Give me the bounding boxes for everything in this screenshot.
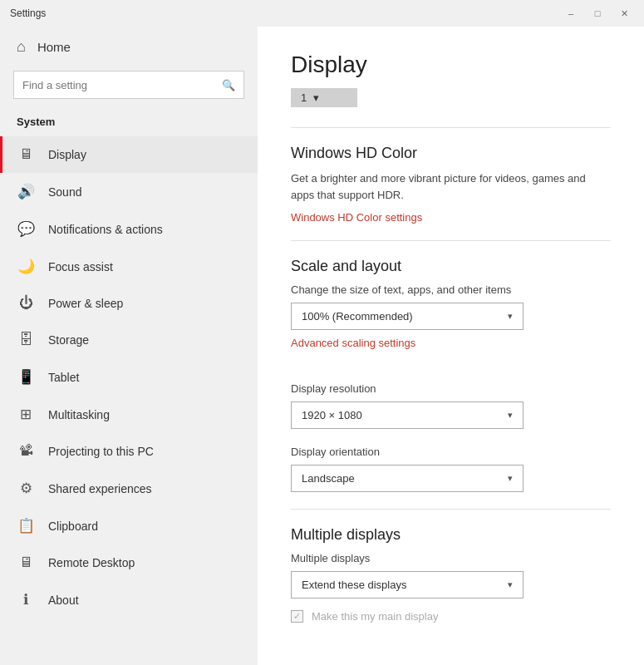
page-title: Display <box>291 52 611 78</box>
sidebar-item-storage[interactable]: 🗄 Storage <box>0 322 258 358</box>
chevron-down-icon: ▾ <box>313 91 319 104</box>
home-icon: ⌂ <box>17 38 26 56</box>
orientation-dropdown-arrow: ▾ <box>508 473 513 484</box>
sidebar-item-notifications-label: Notifications & actions <box>48 223 163 236</box>
maximize-button[interactable]: □ <box>587 3 607 23</box>
sidebar-item-multitasking-label: Multitasking <box>48 408 110 421</box>
sidebar-home-label: Home <box>37 40 71 54</box>
sidebar-section-title: System <box>0 109 258 136</box>
sidebar-item-projecting[interactable]: 📽 Projecting to this PC <box>0 433 258 470</box>
scale-field-label: Change the size of text, apps, and other… <box>291 283 611 296</box>
hd-color-description: Get a brighter and more vibrant picture … <box>291 170 611 203</box>
sidebar-item-remote[interactable]: 🖥 Remote Desktop <box>0 544 258 581</box>
orientation-dropdown[interactable]: Landscape ▾ <box>291 465 524 492</box>
sidebar-item-power[interactable]: ⏻ Power & sleep <box>0 285 258 322</box>
hd-color-divider <box>291 127 611 128</box>
shared-icon: ⚙ <box>17 480 35 497</box>
minimize-button[interactable]: – <box>561 3 581 23</box>
multiple-displays-dropdown[interactable]: Extend these displays ▾ <box>291 571 524 598</box>
notifications-icon: 💬 <box>17 220 35 238</box>
search-icon: 🔍 <box>222 79 235 91</box>
sidebar-item-projecting-label: Projecting to this PC <box>48 445 154 458</box>
scale-dropdown[interactable]: 100% (Recommended) ▾ <box>291 303 524 330</box>
multiple-displays-label: Multiple displays <box>291 552 611 564</box>
sidebar-item-tablet[interactable]: 📱 Tablet <box>0 358 258 396</box>
settings-window: Settings – □ ✕ ⌂ Home 🔍 System 🖥 <box>0 0 644 665</box>
about-icon: ℹ <box>17 591 35 608</box>
resolution-dropdown-value: 1920 × 1080 <box>302 409 362 421</box>
sidebar-item-remote-label: Remote Desktop <box>48 556 135 569</box>
content-area: Display 1 ▾ Windows HD Color Get a brigh… <box>258 27 644 665</box>
main-display-row: Make this my main display <box>291 610 611 623</box>
sound-icon: 🔊 <box>17 183 35 200</box>
resolution-dropdown-arrow: ▾ <box>508 410 513 421</box>
multiple-displays-divider <box>291 509 611 510</box>
advanced-scaling-link[interactable]: Advanced scaling settings <box>291 337 415 349</box>
scale-layout-divider <box>291 240 611 241</box>
sidebar-item-power-label: Power & sleep <box>48 297 123 310</box>
sidebar-item-sound-label: Sound <box>48 185 81 199</box>
sidebar-item-shared[interactable]: ⚙ Shared experiences <box>0 470 258 507</box>
display-selector-button[interactable]: 1 ▾ <box>291 88 357 107</box>
focus-icon: 🌙 <box>17 258 35 275</box>
storage-icon: 🗄 <box>17 332 35 348</box>
sidebar-item-display[interactable]: 🖥 Display <box>0 136 258 173</box>
multitasking-icon: ⊞ <box>17 406 35 423</box>
orientation-field-label: Display orientation <box>291 446 611 458</box>
display-selector-value: 1 <box>301 91 307 104</box>
tablet-icon: 📱 <box>17 368 35 386</box>
sidebar-item-tablet-label: Tablet <box>48 371 79 384</box>
hd-color-settings-link[interactable]: Windows HD Color settings <box>291 211 422 224</box>
multiple-displays-title: Multiple displays <box>291 526 611 544</box>
window-title: Settings <box>10 7 46 19</box>
sidebar-item-focus-label: Focus assist <box>48 260 113 273</box>
sidebar-item-about-label: About <box>48 594 79 607</box>
sidebar-item-display-label: Display <box>48 148 86 161</box>
remote-icon: 🖥 <box>17 554 35 571</box>
power-icon: ⏻ <box>17 295 35 312</box>
sidebar-item-multitasking[interactable]: ⊞ Multitasking <box>0 396 258 433</box>
main-display-label: Make this my main display <box>312 610 438 623</box>
sidebar-item-notifications[interactable]: 💬 Notifications & actions <box>0 210 258 248</box>
multiple-displays-arrow: ▾ <box>508 579 513 590</box>
scale-dropdown-value: 100% (Recommended) <box>302 310 413 323</box>
scale-dropdown-arrow: ▾ <box>508 311 513 322</box>
sidebar-search-box: 🔍 <box>13 71 244 99</box>
close-button[interactable]: ✕ <box>614 3 634 23</box>
sidebar-item-sound[interactable]: 🔊 Sound <box>0 173 258 210</box>
hd-color-title: Windows HD Color <box>291 145 611 162</box>
display-icon: 🖥 <box>17 146 35 163</box>
sidebar-item-focus[interactable]: 🌙 Focus assist <box>0 248 258 285</box>
orientation-dropdown-value: Landscape <box>302 472 355 485</box>
sidebar-home[interactable]: ⌂ Home <box>0 27 258 67</box>
sidebar-item-clipboard[interactable]: 📋 Clipboard <box>0 507 258 544</box>
title-bar: Settings – □ ✕ <box>0 0 644 27</box>
main-display-checkbox[interactable] <box>291 610 303 623</box>
sidebar-item-storage-label: Storage <box>48 333 89 347</box>
clipboard-icon: 📋 <box>17 517 35 534</box>
resolution-field-label: Display resolution <box>291 382 611 395</box>
window-controls: – □ ✕ <box>561 3 634 23</box>
sidebar-item-clipboard-label: Clipboard <box>48 520 98 533</box>
sidebar: ⌂ Home 🔍 System 🖥 Display 🔊 Sound 💬 Noti <box>0 27 258 665</box>
main-content: ⌂ Home 🔍 System 🖥 Display 🔊 Sound 💬 Noti <box>0 27 644 665</box>
sidebar-item-shared-label: Shared experiences <box>48 482 152 495</box>
display-selector: 1 ▾ <box>291 88 611 107</box>
projecting-icon: 📽 <box>17 443 35 460</box>
resolution-dropdown[interactable]: 1920 × 1080 ▾ <box>291 401 524 429</box>
search-input[interactable] <box>22 79 215 91</box>
scale-layout-title: Scale and layout <box>291 258 611 275</box>
sidebar-item-about[interactable]: ℹ About <box>0 581 258 618</box>
multiple-displays-value: Extend these displays <box>302 579 406 591</box>
